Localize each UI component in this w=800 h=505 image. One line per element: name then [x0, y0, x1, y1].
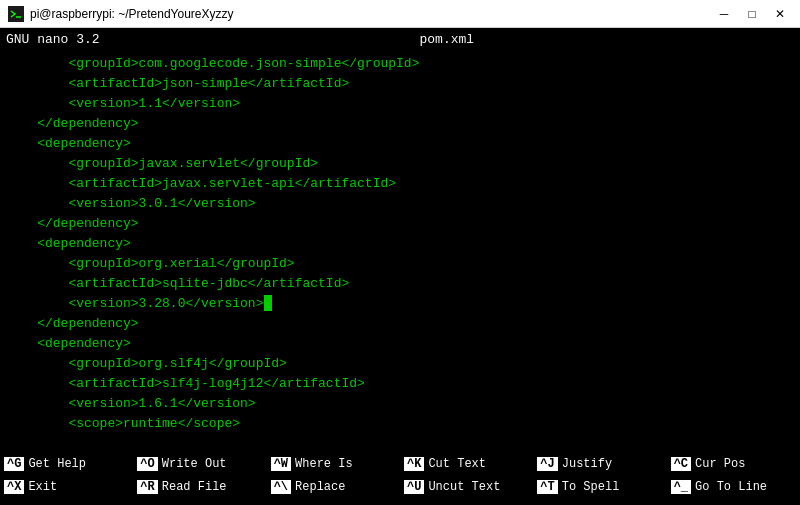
editor-line: <groupId>javax.servlet</groupId>: [6, 154, 794, 174]
editor-line: <artifactId>javax.servlet-api</artifactI…: [6, 174, 794, 194]
shortcut-item: ^XExit: [0, 475, 133, 498]
shortcut-label: Get Help: [28, 457, 86, 471]
shortcut-label: Write Out: [162, 457, 227, 471]
shortcut-label: Replace: [295, 480, 345, 494]
editor-line: <scope>runtime</scope>: [6, 414, 794, 434]
shortcut-item: ^OWrite Out: [133, 452, 266, 475]
shortcut-item: ^UUncut Text: [400, 475, 533, 498]
editor-line: <artifactId>json-simple</artifactId>: [6, 74, 794, 94]
shortcut-label: To Spell: [562, 480, 620, 494]
shortcut-item: ^\Replace: [267, 475, 400, 498]
shortcut-key: ^X: [4, 480, 24, 494]
editor-line: <dependency>: [6, 334, 794, 354]
shortcut-label: Justify: [562, 457, 612, 471]
editor-line: <groupId>com.googlecode.json-simple</gro…: [6, 54, 794, 74]
shortcut-key: ^R: [137, 480, 157, 494]
shortcut-key: ^W: [271, 457, 291, 471]
editor-line: <artifactId>sqlite-jdbc</artifactId>: [6, 274, 794, 294]
shortcut-label: Where Is: [295, 457, 353, 471]
title-bar: pi@raspberrypi: ~/PretendYoureXyzzy ─ □ …: [0, 0, 800, 28]
nano-filename: pom.xml: [420, 32, 475, 47]
editor-line: </dependency>: [6, 114, 794, 134]
footer-shortcuts: ^GGet Help^OWrite Out^WWhere Is^KCut Tex…: [0, 450, 800, 500]
shortcut-key: ^O: [137, 457, 157, 471]
editor-area[interactable]: <groupId>com.googlecode.json-simple</gro…: [0, 50, 800, 450]
text-cursor: [264, 295, 272, 311]
shortcut-key: ^T: [537, 480, 557, 494]
editor-line: </dependency>: [6, 214, 794, 234]
shortcut-label: Exit: [28, 480, 57, 494]
window-controls: ─ □ ✕: [712, 4, 792, 24]
editor-line: <version>3.28.0</version>: [6, 294, 794, 314]
minimize-button[interactable]: ─: [712, 4, 736, 24]
nano-header: GNU nano 3.2 pom.xml: [0, 28, 800, 50]
shortcut-item: ^_Go To Line: [667, 475, 800, 498]
shortcut-key: ^G: [4, 457, 24, 471]
shortcut-item: ^KCut Text: [400, 452, 533, 475]
nano-app-name: GNU nano 3.2: [6, 32, 100, 47]
close-button[interactable]: ✕: [768, 4, 792, 24]
editor-line: <version>1.6.1</version>: [6, 394, 794, 414]
shortcut-key: ^J: [537, 457, 557, 471]
shortcut-key: ^U: [404, 480, 424, 494]
shortcut-label: Read File: [162, 480, 227, 494]
shortcut-label: Cur Pos: [695, 457, 745, 471]
shortcut-item: ^WWhere Is: [267, 452, 400, 475]
editor-line: <version>1.1</version>: [6, 94, 794, 114]
shortcut-item: ^RRead File: [133, 475, 266, 498]
editor-line: <groupId>org.xerial</groupId>: [6, 254, 794, 274]
shortcut-key: ^\: [271, 480, 291, 494]
shortcut-item: ^GGet Help: [0, 452, 133, 475]
shortcut-label: Uncut Text: [428, 480, 500, 494]
title-bar-left: pi@raspberrypi: ~/PretendYoureXyzzy: [8, 6, 234, 22]
shortcut-key: ^_: [671, 480, 691, 494]
maximize-button[interactable]: □: [740, 4, 764, 24]
shortcut-key: ^K: [404, 457, 424, 471]
editor-line: <dependency>: [6, 134, 794, 154]
editor-line: <groupId>org.slf4j</groupId>: [6, 354, 794, 374]
shortcut-key: ^C: [671, 457, 691, 471]
shortcut-item: ^JJustify: [533, 452, 666, 475]
shortcut-item: ^TTo Spell: [533, 475, 666, 498]
editor-line: <version>3.0.1</version>: [6, 194, 794, 214]
editor-line: <dependency>: [6, 234, 794, 254]
shortcut-item: ^CCur Pos: [667, 452, 800, 475]
shortcut-label: Go To Line: [695, 480, 767, 494]
editor-line: <artifactId>slf4j-log4j12</artifactId>: [6, 374, 794, 394]
title-text: pi@raspberrypi: ~/PretendYoureXyzzy: [30, 7, 234, 21]
terminal-icon: [8, 6, 24, 22]
editor-line: </dependency>: [6, 314, 794, 334]
shortcut-label: Cut Text: [428, 457, 486, 471]
